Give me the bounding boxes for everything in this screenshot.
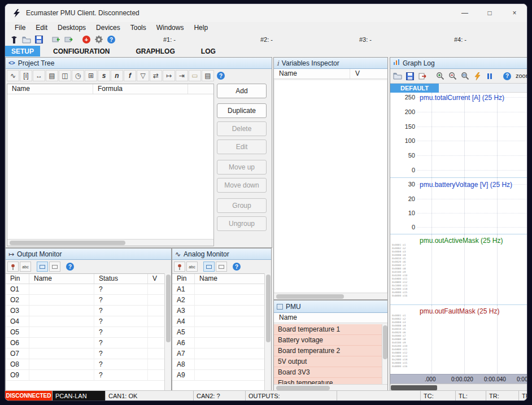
desktop-slot-2[interactable]: #2: - <box>260 33 273 46</box>
abc-labels-icon[interactable]: abc <box>186 262 198 272</box>
menu-edit[interactable]: Edit <box>30 24 53 32</box>
menu-windows[interactable]: Windows <box>151 24 189 32</box>
column-value[interactable]: V <box>350 69 387 79</box>
scrollbar-thumb[interactable] <box>166 275 171 342</box>
variables-inspector-hscrollbar[interactable] <box>274 293 387 299</box>
analog-input-icon[interactable]: ∿ <box>7 70 19 81</box>
menu-desktops[interactable]: Desktops <box>53 24 91 32</box>
column-status[interactable]: Status <box>94 274 148 284</box>
minimize-button[interactable]: — <box>452 4 477 22</box>
table-row[interactable]: A7 <box>172 349 264 359</box>
tool-icon[interactable] <box>8 34 20 45</box>
pmu-channel-row[interactable]: Board temperature 1 <box>274 324 382 335</box>
table-row[interactable]: O2? <box>6 295 164 306</box>
table-row[interactable]: A1 <box>172 284 264 295</box>
column-name[interactable]: Name <box>29 274 94 284</box>
number-input-icon[interactable]: [i] <box>20 70 32 81</box>
function-icon[interactable]: f <box>124 70 136 81</box>
view-mode-2-icon[interactable] <box>49 262 60 272</box>
table-row[interactable]: A9 <box>172 370 264 381</box>
menu-help[interactable]: Help <box>189 24 213 32</box>
desktop-slot-3[interactable]: #3: - <box>359 33 372 46</box>
pmu-channel-row[interactable]: Flash temperature <box>274 378 382 384</box>
pmu-vscrollbar[interactable] <box>382 324 387 384</box>
table-row[interactable]: A3 <box>172 306 264 316</box>
table-icon[interactable]: ⊞ <box>85 70 97 81</box>
can-rx-tx-icon[interactable]: ⇄ <box>150 70 162 81</box>
scrollbar-thumb[interactable] <box>383 325 387 359</box>
zoom-fit-icon[interactable] <box>459 71 470 82</box>
scrollbar-thumb[interactable] <box>276 294 344 299</box>
table-row[interactable]: O4? <box>6 316 164 327</box>
table-row[interactable]: A8 <box>172 359 264 370</box>
pmu-channel-row[interactable]: Board temperature 2 <box>274 346 382 356</box>
read-from-device-icon[interactable] <box>51 34 62 45</box>
chart-plot-area[interactable] <box>417 234 527 304</box>
table-row[interactable]: O7? <box>6 349 164 359</box>
scrollbar-thumb[interactable] <box>276 386 330 390</box>
scrollbar-thumb[interactable] <box>266 275 271 342</box>
scrollbar-thumb[interactable] <box>391 385 437 390</box>
open-project-icon[interactable] <box>21 34 32 45</box>
help-icon[interactable]: ? <box>106 34 117 45</box>
table-row[interactable]: A6 <box>172 338 264 349</box>
view-mode-1-icon[interactable] <box>203 262 215 272</box>
menu-devices[interactable]: Devices <box>91 24 125 32</box>
menu-tools[interactable]: Tools <box>125 24 151 32</box>
output-monitor-vscrollbar[interactable] <box>164 273 171 391</box>
pause-icon[interactable] <box>484 71 495 82</box>
write-to-device-icon[interactable] <box>63 34 75 45</box>
pmu-channel-row[interactable]: Battery voltage <box>274 335 382 346</box>
column-name[interactable]: Name <box>274 69 350 79</box>
group-folder-icon[interactable]: ▭ <box>189 70 201 81</box>
timer-icon[interactable]: ◷ <box>72 70 84 81</box>
notes-icon[interactable]: ▤ <box>202 70 214 81</box>
chart-plot-area[interactable] <box>417 305 527 374</box>
export-channel-icon[interactable]: ⇥ <box>176 70 188 81</box>
add-button[interactable]: Add <box>217 84 267 98</box>
variables-inspector-body[interactable] <box>274 80 387 293</box>
chart-plot-area[interactable] <box>417 93 527 177</box>
switch-icon[interactable]: s <box>98 70 110 81</box>
column-pin[interactable]: Pin <box>6 274 29 284</box>
view-mode-1-icon[interactable] <box>37 262 48 272</box>
tab-log[interactable]: LOG <box>195 46 222 56</box>
save-log-icon[interactable] <box>404 71 416 82</box>
menu-file[interactable]: File <box>10 24 30 32</box>
pmu-channel-row[interactable]: 5V output <box>274 356 382 367</box>
project-tree-hscrollbar[interactable] <box>7 239 213 246</box>
tab-graphlog[interactable]: GRAPHLOG <box>129 46 181 56</box>
column-name[interactable]: Name <box>274 313 387 323</box>
keyboard-icon[interactable]: ▤ <box>46 70 58 81</box>
module-icon[interactable]: ◫ <box>59 70 71 81</box>
column-name[interactable]: Name <box>195 274 264 284</box>
graph-tab-default[interactable]: DEFAULT <box>390 84 439 93</box>
scrollbar-thumb[interactable] <box>10 241 125 245</box>
column-value[interactable]: V <box>148 274 164 284</box>
pin-icon[interactable] <box>174 262 185 272</box>
zoom-in-icon[interactable] <box>434 71 446 82</box>
export-log-icon[interactable] <box>417 71 428 82</box>
table-row[interactable]: O3? <box>6 306 164 316</box>
range-icon[interactable]: ↔ <box>33 70 45 81</box>
pmu-channel-row[interactable]: Board 3V3 <box>274 367 382 378</box>
save-project-icon[interactable] <box>33 34 45 45</box>
table-row[interactable]: O6? <box>6 338 164 349</box>
table-row[interactable]: A5 <box>172 327 264 338</box>
analog-monitor-help-icon[interactable]: ? <box>233 263 241 271</box>
output-icon[interactable]: ↦ <box>163 70 175 81</box>
abc-labels-icon[interactable]: abc <box>20 262 31 272</box>
analog-monitor-vscrollbar[interactable] <box>264 273 271 391</box>
graph-log-help-icon[interactable]: ? <box>502 71 513 82</box>
filter-icon[interactable]: ▽ <box>137 70 149 81</box>
tab-configuration[interactable]: CONFIGURATION <box>47 46 116 56</box>
column-pin[interactable]: Pin <box>172 274 195 284</box>
desktop-slot-1[interactable]: #1: - <box>163 33 176 46</box>
number-icon[interactable]: n <box>111 70 123 81</box>
maximize-button[interactable]: □ <box>477 4 502 22</box>
desktop-slot-4[interactable]: #4: - <box>454 33 466 46</box>
column-formula[interactable]: Formula <box>93 84 188 94</box>
table-row[interactable]: O8? <box>6 359 164 370</box>
project-tree-list-body[interactable] <box>7 94 213 239</box>
table-row[interactable]: O5? <box>6 327 164 338</box>
